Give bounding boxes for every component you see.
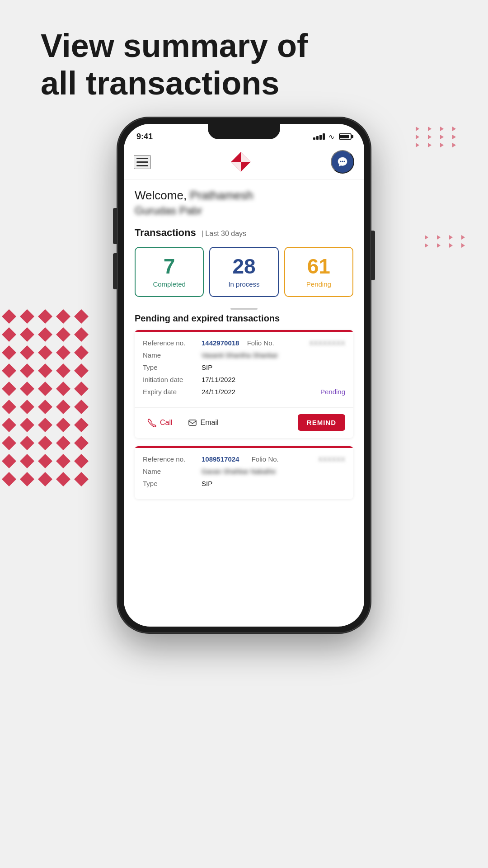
folio-value-2: XXXXXX	[318, 455, 345, 463]
name-row-2: Name Gavan Shahkar Nakathe	[143, 467, 345, 475]
name-label-2: Name	[143, 467, 197, 475]
name-value-2: Gavan Shahkar Nakathe	[202, 467, 276, 475]
svg-point-3	[340, 161, 342, 162]
welcome-section: Welcome, Prathamesh Gurudas Pabr	[135, 189, 353, 217]
folio-value-1: XXXXXXXX	[309, 339, 345, 347]
header-line1: View summary of	[41, 28, 308, 64]
phone-notch	[208, 124, 280, 139]
email-icon	[188, 418, 197, 427]
transaction-card-1: Reference no. 1442970018 Folio No. XXXXX…	[135, 330, 353, 438]
expiry-label-1: Expiry date	[143, 388, 197, 396]
folio-label-1: Folio No.	[247, 339, 301, 347]
svg-marker-1	[241, 152, 251, 162]
svg-point-4	[342, 161, 343, 162]
type-label-2: Type	[143, 480, 197, 487]
status-icons: ∿	[313, 132, 352, 141]
svg-point-5	[344, 161, 345, 162]
svg-rect-6	[189, 420, 196, 425]
initiation-label-1: Initiation date	[143, 376, 197, 383]
completed-card[interactable]: 7 Completed	[135, 247, 204, 297]
battery-icon	[339, 133, 352, 140]
card-body-2: Reference no. 1089517024 Folio No. XXXXX…	[135, 448, 353, 499]
type-label-1: Type	[143, 363, 197, 371]
name-value-1: Vasanti Shantha Shankar	[202, 351, 278, 359]
name-label-1: Name	[143, 351, 197, 359]
decorative-arrows-right-mid	[425, 235, 470, 248]
pending-card[interactable]: 61 Pending	[284, 247, 353, 297]
welcome-subname: Gurudas Pabr	[135, 204, 353, 217]
scroll-indicator	[230, 308, 258, 310]
transaction-card-2: Reference no. 1089517024 Folio No. XXXXX…	[135, 446, 353, 499]
name-row-1: Name Vasanti Shantha Shankar	[143, 351, 345, 359]
phone-screen: 9:41 ∿	[124, 124, 364, 627]
transactions-period: | Last 30 days	[202, 230, 246, 238]
hsbc-logo	[229, 150, 253, 174]
card-body-1: Reference no. 1442970018 Folio No. XXXXX…	[135, 332, 353, 407]
initiation-row-1: Initiation date 17/11/2022	[143, 376, 345, 383]
pending-label: Pending	[306, 280, 331, 288]
type-value-2: SIP	[202, 480, 212, 487]
menu-button[interactable]	[134, 155, 151, 169]
hsbc-logo-container	[229, 150, 253, 174]
phone-device: 9:41 ∿	[117, 118, 371, 633]
ref-row-1: Reference no. 1442970018 Folio No. XXXXX…	[143, 339, 345, 347]
wifi-icon: ∿	[328, 132, 334, 141]
inprocess-count: 28	[232, 256, 255, 277]
transactions-header: Transactions | Last 30 days	[135, 227, 353, 239]
inprocess-label: In process	[228, 280, 259, 288]
status-time: 9:41	[136, 132, 153, 142]
call-button[interactable]: Call	[143, 415, 177, 430]
ref-label-1: Reference no.	[143, 339, 197, 347]
inprocess-card[interactable]: 28 In process	[209, 247, 278, 297]
app-content: Welcome, Prathamesh Gurudas Pabr Transac…	[124, 179, 364, 623]
expiry-value-1: 24/11/2022	[202, 388, 235, 396]
completed-count: 7	[164, 256, 175, 277]
ref-row-2: Reference no. 1089517024 Folio No. XXXXX…	[143, 455, 345, 463]
chat-button[interactable]	[331, 150, 354, 174]
email-label: Email	[201, 419, 219, 427]
welcome-name: Prathamesh	[190, 189, 253, 202]
completed-label: Completed	[153, 280, 186, 288]
decorative-diamonds-left	[0, 307, 90, 490]
ref-label-2: Reference no.	[143, 455, 197, 463]
call-label: Call	[160, 419, 173, 427]
app-header	[124, 146, 364, 179]
initiation-value-1: 17/11/2022	[202, 376, 235, 383]
ref-value-2: 1089517024	[202, 455, 239, 463]
summary-cards: 7 Completed 28 In process 61 Pending	[135, 247, 353, 297]
email-button[interactable]: Email	[183, 415, 223, 430]
pending-count: 61	[307, 256, 330, 277]
expiry-row-1: Expiry date 24/11/2022 Pending	[143, 388, 345, 396]
welcome-greeting: Welcome, Prathamesh	[135, 189, 353, 203]
type-row-2: Type SIP	[143, 480, 345, 487]
phone-frame: 9:41 ∿	[117, 118, 371, 633]
pending-section-title: Pending and expired transactions	[135, 313, 353, 324]
svg-rect-8	[0, 307, 90, 488]
transactions-title: Transactions	[135, 227, 196, 239]
chat-icon	[337, 156, 348, 168]
card-actions-1: Call Email REMIND	[135, 407, 353, 438]
call-icon	[147, 418, 156, 427]
folio-label-2: Folio No.	[252, 455, 306, 463]
status-value-1: Pending	[320, 388, 345, 396]
svg-marker-2	[231, 162, 241, 172]
type-value-1: SIP	[202, 363, 212, 371]
decorative-arrows-top-right	[416, 127, 461, 147]
header-line2: all transactions	[41, 65, 279, 101]
ref-value-1: 1442970018	[202, 339, 239, 347]
type-row-1: Type SIP	[143, 363, 345, 371]
signal-icon	[313, 133, 325, 140]
remind-button[interactable]: REMIND	[298, 414, 345, 431]
page-header: View summary of all transactions	[41, 27, 308, 102]
